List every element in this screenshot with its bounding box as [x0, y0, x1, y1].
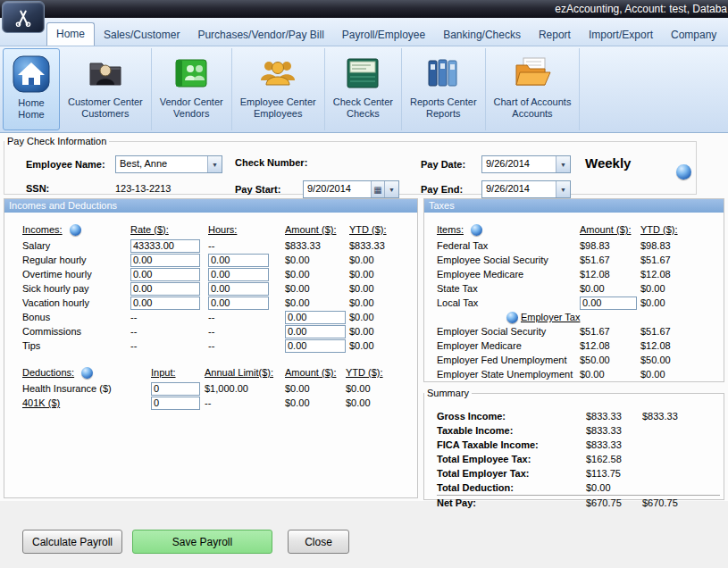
deduction-amount-value: $0.00	[285, 397, 346, 408]
income-label: Bonus	[22, 312, 130, 322]
toolbar-item-sublabel: Employees	[254, 108, 302, 120]
chevron-down-icon[interactable]: ▼	[384, 181, 398, 197]
income-ytd-value: $0.00	[349, 340, 412, 351]
income-row: Sick hourly pay $0.00 $0.00	[22, 281, 412, 296]
employee-name-select[interactable]: Best, Anne ▼	[115, 155, 222, 173]
deduction-row: 401K ($) -- $0.00 $0.00	[22, 396, 412, 410]
sick-hourly-rate-input[interactable]	[130, 282, 200, 296]
help-globe-icon[interactable]	[70, 224, 81, 236]
local-tax-input[interactable]	[580, 297, 637, 310]
bonus-amount-input[interactable]	[285, 311, 346, 324]
chevron-down-icon[interactable]: ▼	[556, 181, 570, 197]
sick-hourly-hours-input[interactable]	[208, 282, 269, 296]
tab-import-export[interactable]: Import/Export	[580, 24, 662, 46]
chevron-down-icon[interactable]: ▼	[556, 156, 570, 172]
regular-hourly-hours-input[interactable]	[208, 254, 269, 267]
pay-start-date-picker[interactable]: 9/20/2014 ▦ ▼	[303, 180, 399, 198]
tax-amount-value: $51.67	[580, 255, 640, 265]
toolbar-item-sublabel: Reports	[426, 108, 461, 120]
close-button[interactable]: Close	[288, 530, 349, 554]
menubar: Home Sales/Customer Purchases/Vendor/Pay…	[0, 18, 728, 46]
toolbar-item-reports-center[interactable]: Reports Center Reports	[402, 48, 486, 130]
deduction-label-401k-link[interactable]: 401K ($)	[22, 397, 151, 408]
pay-end-label: Pay End:	[421, 184, 463, 195]
health-insurance-input[interactable]	[151, 382, 200, 396]
tab-banking-checks[interactable]: Banking/Checks	[434, 24, 530, 46]
401k-input[interactable]	[151, 397, 200, 410]
tax-row: Employee Medicare $12.08 $12.08	[437, 267, 720, 281]
toolbar-item-sublabel: Home	[18, 109, 44, 121]
toolbar-item-sublabel: Customers	[81, 108, 129, 120]
toolbar-item-vendor-center[interactable]: Vendor Center Vendors	[152, 48, 232, 130]
toolbar-item-label: Home	[18, 97, 44, 109]
income-label: Tips	[22, 340, 130, 351]
toolbar-item-label: Chart of Accounts	[494, 96, 572, 108]
home-icon	[12, 51, 51, 97]
income-hours-value: --	[208, 312, 285, 322]
help-globe-icon[interactable]	[676, 164, 691, 180]
income-rate-value: --	[130, 312, 208, 322]
salary-rate-input[interactable]	[130, 239, 200, 253]
income-row: Commissions -- -- $0.00	[22, 324, 412, 338]
tips-amount-input[interactable]	[285, 339, 346, 353]
tab-payroll-employee[interactable]: Payroll/Employee	[333, 24, 434, 46]
incomes-header-row: Incomes: Rate ($): Hours: Amount ($): YT…	[22, 222, 412, 237]
income-hours-value: --	[208, 240, 285, 251]
amount-column-header: Amount ($):	[285, 367, 346, 378]
tax-ytd-value: $12.08	[640, 269, 720, 280]
regular-hourly-rate-input[interactable]	[130, 254, 200, 267]
overtime-hourly-rate-input[interactable]	[130, 268, 200, 281]
summary-label: Taxable Income:	[437, 425, 586, 436]
commissions-amount-input[interactable]	[285, 325, 346, 338]
tab-home[interactable]: Home	[46, 22, 95, 46]
calendar-icon[interactable]: ▦	[371, 181, 384, 197]
vacation-hourly-rate-input[interactable]	[130, 297, 200, 310]
toolbar-item-sublabel: Checks	[347, 108, 380, 120]
tab-report[interactable]: Report	[530, 24, 580, 46]
income-amount-value: $833.33	[285, 240, 349, 251]
taxes-table: Items: Amount ($): YTD ($): Federal Tax …	[437, 222, 720, 381]
tax-amount-value: $51.67	[580, 326, 640, 337]
deductions-table: Deductions: Input: Annual Limit($): Amou…	[22, 365, 412, 410]
pay-date-select[interactable]: 9/26/2014 ▼	[481, 155, 571, 173]
summary-label: Total Employer Tax:	[437, 468, 586, 479]
tax-label: Employer Fed Unemployment	[437, 355, 580, 365]
chevron-down-icon[interactable]: ▼	[207, 156, 222, 172]
calculate-payroll-button[interactable]: Calculate Payroll	[22, 530, 122, 554]
tax-label: Employee Social Security	[437, 255, 580, 265]
help-globe-icon[interactable]	[471, 224, 482, 236]
tab-purchases-vendor-pay-bill[interactable]: Purchases/Vendor/Pay Bill	[188, 24, 332, 46]
tab-company[interactable]: Company	[662, 24, 725, 46]
summary-row: Gross Income: $833.33 $833.33	[437, 409, 720, 423]
toolbar-item-chart-of-accounts[interactable]: Chart of Accounts Accounts	[486, 48, 581, 130]
tab-sales-customer[interactable]: Sales/Customer	[95, 24, 188, 46]
app-logo-button[interactable]	[2, 1, 45, 33]
help-globe-icon[interactable]	[81, 367, 93, 379]
amount-column-header: Amount ($):	[580, 224, 640, 235]
deduction-label: Health Insurance ($)	[22, 383, 151, 394]
incomes-table: Incomes: Rate ($): Hours: Amount ($): YT…	[22, 222, 412, 353]
toolbar-item-check-center[interactable]: Check Center Checks	[325, 48, 402, 130]
tax-amount-value: $98.83	[580, 240, 640, 251]
summary-row: Total Deduction: $0.00	[437, 480, 720, 495]
pay-start-value: 9/20/2014	[304, 181, 371, 197]
help-globe-icon[interactable]	[506, 312, 518, 323]
toolbar-item-employee-center[interactable]: Employee Center Employees	[232, 48, 325, 130]
save-payroll-button[interactable]: Save Payroll	[132, 530, 272, 554]
deductions-column-header: Deductions:	[22, 367, 74, 378]
tax-ytd-value: $0.00	[640, 297, 720, 308]
pay-frequency-value: Weekly	[585, 155, 631, 171]
app-window: ezAccounting, Account: test, Databa Home…	[0, 0, 728, 568]
toolbar-item-customer-center[interactable]: Customer Center Customers	[60, 48, 152, 130]
pay-end-select[interactable]: 9/26/2014 ▼	[481, 180, 571, 198]
vacation-hourly-hours-input[interactable]	[208, 297, 269, 310]
employee-name-label: Employee Name:	[26, 159, 105, 170]
summary-amount-value: $833.33	[586, 439, 642, 450]
summary-ytd-value: $833.33	[642, 411, 720, 422]
toolbar-item-home[interactable]: Home Home	[3, 48, 60, 130]
overtime-hourly-hours-input[interactable]	[208, 268, 269, 281]
toolbar-item-label: Customer Center	[68, 96, 143, 108]
income-row: Regular hourly $0.00 $0.00	[22, 253, 412, 267]
deduction-row: Health Insurance ($) $1,000.00 $0.00 $0.…	[22, 381, 412, 396]
tax-ytd-value: $51.67	[640, 326, 720, 337]
